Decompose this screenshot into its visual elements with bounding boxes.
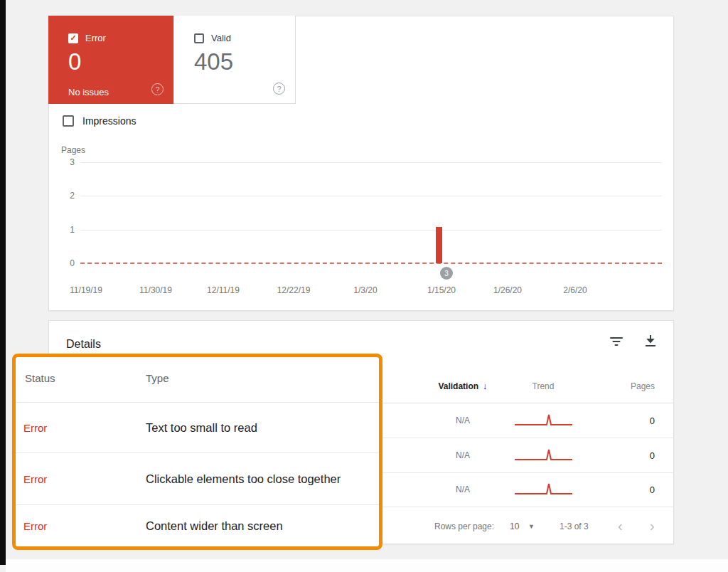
help-icon[interactable]: ? [151, 83, 164, 95]
details-title: Details [66, 338, 101, 351]
x-tick: 11/19/19 [70, 285, 102, 295]
y-tick-0: 0 [58, 258, 75, 268]
check-icon: ✓ [70, 33, 76, 43]
trend-sparkline [508, 472, 579, 507]
valid-count: 405 [194, 48, 233, 75]
x-tick: 1/3/20 [353, 285, 377, 295]
x-tick: 12/22/19 [277, 285, 311, 295]
overlay-row: Error Clickable elements too close toget… [16, 453, 379, 505]
column-header-trend[interactable]: Trend [532, 381, 555, 391]
overlay-row: Error Content wider than screen [16, 505, 379, 546]
gridline [80, 230, 662, 231]
summary-chart-card: ✓ Error 0 No issues ? Valid 405 ? Impres… [48, 16, 674, 311]
rows-per-page-dropdown-icon[interactable]: ▼ [528, 507, 535, 545]
error-checkbox-checked[interactable]: ✓ [68, 33, 78, 43]
trend-sparkline [508, 403, 579, 438]
y-tick-1: 1 [58, 225, 75, 235]
zero-baseline-dashed [80, 263, 662, 264]
y-tick-3: 3 [58, 157, 75, 167]
help-icon[interactable]: ? [273, 83, 285, 95]
previous-page-icon[interactable]: ‹ [618, 507, 623, 545]
valid-checkbox-unchecked[interactable] [194, 33, 204, 43]
download-icon[interactable] [642, 332, 659, 349]
impressions-checkbox-unchecked[interactable] [63, 115, 74, 127]
x-tick: 1/15/20 [427, 285, 456, 295]
impressions-label: Impressions [82, 115, 136, 127]
gridline [80, 196, 662, 196]
left-edge-strip [0, 0, 6, 565]
column-header-pages[interactable]: Pages [631, 381, 655, 391]
pagination-range: 1-3 of 3 [560, 507, 589, 545]
impressions-toggle[interactable]: Impressions [63, 115, 136, 127]
sort-desc-icon: ↓ [483, 381, 488, 391]
overlay-header-row: Status Type [16, 357, 379, 403]
gridline [80, 162, 662, 163]
error-summary-card[interactable]: ✓ Error 0 No issues ? [48, 16, 173, 104]
x-tick: 11/30/19 [139, 285, 172, 295]
error-spike-bar [436, 227, 442, 263]
y-tick-2: 2 [58, 191, 75, 201]
valid-summary-card[interactable]: Valid 405 ? [173, 16, 296, 104]
next-page-icon[interactable]: › [650, 507, 655, 545]
x-tick: 12/11/19 [207, 285, 240, 295]
column-header-validation[interactable]: Validation↓ [438, 381, 487, 391]
rows-per-page-value[interactable]: 10 [510, 507, 519, 545]
chart-y-axis-title: Pages [61, 145, 85, 155]
error-card-label: Error [85, 33, 106, 43]
page: ✓ Error 0 No issues ? Valid 405 ? Impres… [0, 0, 728, 572]
filter-icon[interactable] [608, 334, 625, 351]
x-tick: 1/26/20 [493, 285, 522, 295]
x-tick: 2/6/20 [563, 285, 587, 295]
valid-card-label: Valid [211, 33, 231, 43]
overlay-column-type: Type [146, 372, 169, 384]
rows-per-page-label: Rows per page: [434, 507, 494, 545]
error-subtitle: No issues [68, 87, 109, 97]
annotation-highlight-box: Status Type Error Text too small to read… [12, 354, 382, 550]
error-count: 0 [68, 48, 81, 75]
overlay-column-status: Status [25, 372, 55, 384]
chart-date-marker[interactable]: 3 [440, 267, 453, 280]
trend-sparkline [508, 438, 579, 472]
bottom-strip [6, 559, 728, 572]
overlay-row: Error Text too small to read [16, 403, 379, 453]
